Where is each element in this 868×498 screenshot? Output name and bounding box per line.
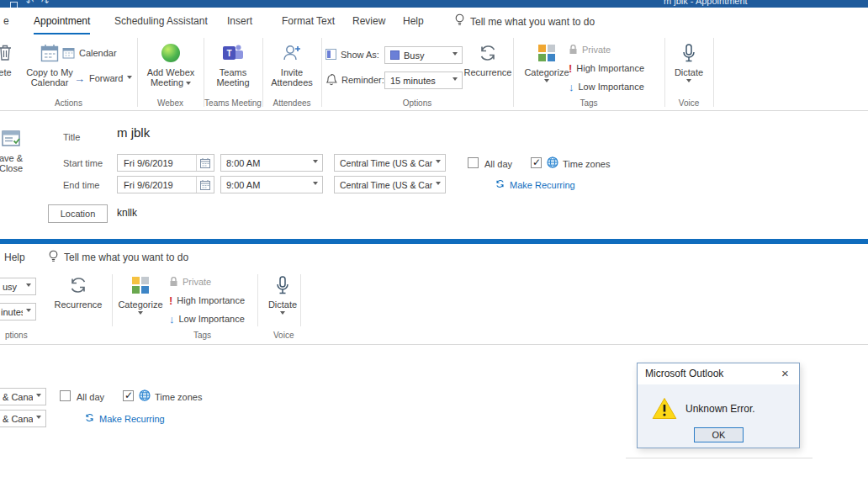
reminder-label: Reminder: (341, 75, 384, 85)
chevron-down-icon (313, 182, 318, 188)
save-close-label2: Close (0, 163, 23, 173)
tab-file-partial[interactable]: e (3, 8, 9, 34)
start-date-input[interactable]: Fri 9/6/2019 (117, 154, 214, 172)
show-as-dropdown[interactable]: Busy (384, 46, 463, 64)
tab-review[interactable]: Review (352, 8, 385, 34)
ribbon-tab-bar: e Appointment Scheduling Assistant Inser… (0, 8, 868, 35)
ok-button[interactable]: OK (694, 427, 744, 442)
show-as-dropdown-partial[interactable]: usy (0, 278, 36, 295)
location-button[interactable]: Location (48, 204, 108, 223)
time-zones-checkbox[interactable] (123, 390, 134, 401)
add-webex-meeting-button[interactable]: Add Webex Meeting (139, 39, 203, 87)
title-input[interactable]: m jblk (117, 125, 150, 140)
start-time-dropdown[interactable]: 8:00 AM (220, 154, 323, 172)
recurrence-label: Recurrence (55, 299, 103, 310)
time-zones-label[interactable]: Time zones (563, 159, 610, 169)
tell-me-box[interactable]: Tell me what you want to do (454, 10, 595, 33)
reminder-dropdown-partial[interactable]: inutes (0, 303, 36, 321)
high-importance-icon (569, 62, 572, 75)
high-importance-button[interactable]: High Importance (569, 60, 644, 77)
show-as-icon (326, 49, 336, 61)
low-importance-label: Low Importance (579, 82, 644, 92)
reminder-dropdown[interactable]: 15 minutes (384, 72, 463, 89)
categorize-button[interactable]: Categorize (117, 271, 164, 317)
chevron-down-icon (313, 160, 318, 166)
copy-to-my-calendar-label: Copy to My (26, 67, 73, 77)
save-close-label1: ave & (0, 153, 23, 163)
low-importance-label: Low Importance (179, 314, 245, 324)
tab-insert[interactable]: Insert (227, 8, 252, 34)
group-label-tags: Tags (193, 331, 211, 340)
timezone-dropdown-partial[interactable]: & Cana (0, 388, 46, 405)
teams-meeting-button[interactable]: T Teams Meeting (205, 39, 261, 87)
private-label: Private (582, 45, 611, 55)
make-recurring-link[interactable]: Make Recurring (495, 178, 575, 191)
tab-help[interactable]: Help (403, 8, 424, 34)
attendees-label2: Attendees (271, 77, 313, 87)
group-separator (137, 38, 138, 107)
recurrence-icon (477, 39, 499, 67)
recurrence-button[interactable]: Recurrence (53, 271, 103, 310)
recurrence-button[interactable]: Recurrence (463, 39, 512, 77)
tab-format-text[interactable]: Format Text (282, 8, 335, 34)
dictate-button[interactable]: Dictate (665, 39, 712, 85)
ribbon-partial-second-window: Help Tell me what you want to do usy inu… (0, 244, 868, 345)
save-and-close-button[interactable]: ave & Close (0, 124, 33, 173)
title-label: Title (63, 132, 80, 142)
timezone-dropdown-partial[interactable]: & Cana (0, 410, 46, 427)
end-timezone-dropdown[interactable]: Central Time (US & Cana (334, 176, 446, 193)
all-day-checkbox[interactable] (468, 157, 479, 168)
private-button[interactable]: Private (169, 273, 211, 290)
categorize-icon (538, 39, 555, 67)
date-picker-icon[interactable] (196, 177, 214, 193)
invite-attendees-button[interactable]: Invite Attendees (264, 39, 320, 87)
dictate-label: Dictate (268, 299, 297, 310)
warning-icon (652, 397, 677, 421)
all-day-checkbox[interactable] (60, 390, 71, 401)
dictate-button[interactable]: Dictate (262, 271, 304, 317)
divider-line (626, 458, 812, 458)
tab-scheduling-assistant[interactable]: Scheduling Assistant (114, 8, 208, 34)
person-add-icon (282, 39, 302, 67)
delete-button[interactable]: ete (0, 39, 25, 77)
end-date-input[interactable]: Fri 9/6/2019 (117, 176, 214, 193)
close-icon[interactable] (771, 363, 799, 383)
globe-icon (547, 156, 558, 170)
private-button[interactable]: Private (569, 41, 611, 58)
chevron-down-icon (186, 82, 191, 87)
location-button-label: Location (61, 209, 96, 219)
calendar-button[interactable]: Calendar (62, 45, 117, 61)
reminder-label-row: Reminder: (326, 72, 384, 88)
ribbon-appointment: ete Copy to My Calendar Calendar Forward… (0, 35, 868, 111)
undo-icon[interactable] (26, 0, 34, 8)
all-day-label[interactable]: All day (77, 392, 104, 402)
start-timezone-dropdown[interactable]: Central Time (US & Cana (334, 154, 446, 172)
date-picker-icon[interactable] (196, 155, 214, 171)
end-time-value: 9:00 AM (226, 180, 310, 190)
busy-color-icon (390, 50, 400, 60)
end-timezone-value: Central Time (US & Cana (340, 180, 432, 190)
group-label-voice: Voice (273, 331, 294, 340)
show-as-label-row: Show As: (326, 46, 379, 63)
make-recurring-link[interactable]: Make Recurring (84, 412, 165, 425)
location-input[interactable]: knllk (117, 207, 137, 219)
low-importance-button[interactable]: Low Importance (569, 78, 644, 95)
low-importance-button[interactable]: Low Importance (169, 310, 245, 327)
forward-button[interactable]: Forward (74, 70, 132, 87)
tab-help-partial[interactable]: Help (4, 247, 25, 268)
group-label-teams: Teams Meeting (204, 98, 262, 108)
all-day-label[interactable]: All day (484, 159, 512, 169)
time-zones-checkbox[interactable] (531, 157, 542, 168)
redo-icon[interactable] (41, 0, 49, 8)
categorize-button[interactable]: Categorize (523, 39, 570, 85)
end-time-dropdown[interactable]: 9:00 AM (220, 176, 323, 193)
chevron-down-icon (436, 182, 441, 188)
forward-arrow-icon (74, 72, 85, 85)
tell-me-box[interactable]: Tell me what you want to do (48, 247, 188, 268)
high-importance-button[interactable]: High Importance (169, 292, 245, 309)
tab-appointment[interactable]: Appointment (34, 8, 90, 34)
save-icon[interactable] (10, 2, 18, 8)
time-zones-label[interactable]: Time zones (155, 392, 202, 402)
lightbulb-icon (454, 13, 465, 29)
high-importance-label: High Importance (576, 63, 644, 73)
